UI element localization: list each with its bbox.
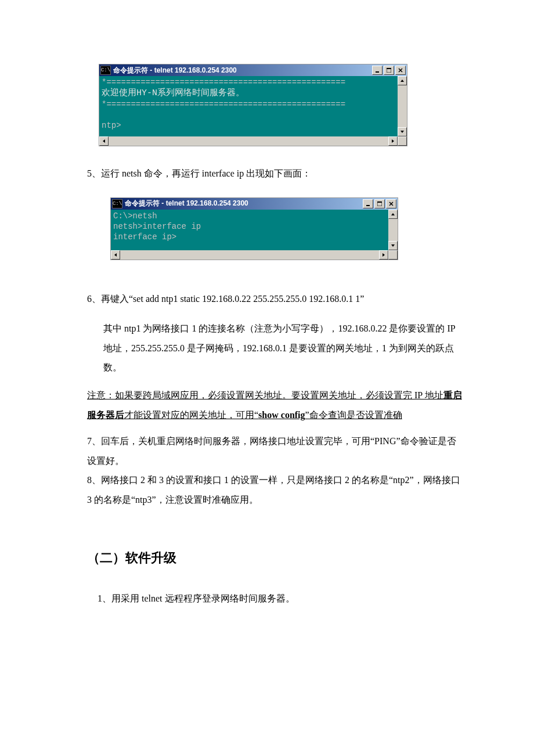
paragraph-8: 8、网络接口 2 和 3 的设置和接口 1 的设置一样，只是网络接口 2 的名称… bbox=[87, 470, 464, 509]
svg-marker-8 bbox=[392, 139, 394, 143]
scroll-track[interactable] bbox=[388, 219, 398, 241]
svg-rect-11 bbox=[377, 201, 382, 203]
titlebar: C:\ 命令提示符 - telnet 192.168.0.254 2300 bbox=[111, 198, 398, 210]
note-paragraph: 注意：如果要跨局域网应用，必须设置网关地址。要设置网关地址，必须设置完 IP 地… bbox=[87, 386, 464, 424]
scroll-down-icon[interactable] bbox=[388, 241, 398, 250]
horizontal-scrollbar[interactable] bbox=[99, 136, 407, 146]
close-button[interactable] bbox=[386, 199, 396, 208]
horizontal-scrollbar[interactable] bbox=[111, 250, 398, 260]
scroll-right-icon[interactable] bbox=[388, 136, 398, 146]
paragraph-5: 5、运行 netsh 命令，再运行 interface ip 出现如下画面： bbox=[87, 164, 464, 183]
maximize-button[interactable] bbox=[374, 199, 385, 208]
terminal-line: C:\>netsh bbox=[113, 211, 157, 221]
minimize-button[interactable] bbox=[363, 199, 373, 208]
document-page: C:\ 命令提示符 - telnet 192.168.0.254 2300 *=… bbox=[0, 0, 534, 654]
window-controls bbox=[372, 66, 406, 75]
paragraph-6-head: 6、再键入“set add ntp1 static 192.168.0.22 2… bbox=[87, 289, 464, 309]
paragraph-7: 7、回车后，关机重启网络时间服务器，网络接口地址设置完毕，可用“PING”命令验… bbox=[87, 431, 464, 470]
cmd-icon: C:\ bbox=[100, 66, 111, 75]
maximize-button[interactable] bbox=[384, 66, 394, 75]
window-title: 命令提示符 - telnet 192.168.0.254 2300 bbox=[125, 199, 363, 208]
scroll-track[interactable] bbox=[398, 85, 407, 127]
vertical-scrollbar[interactable] bbox=[388, 210, 398, 250]
scroll-track[interactable] bbox=[120, 250, 379, 260]
terminal-content: *=======================================… bbox=[99, 76, 398, 136]
scroll-up-icon[interactable] bbox=[398, 76, 407, 85]
note-text: 才能设置对应的网关地址，可用“ bbox=[124, 410, 258, 420]
terminal-window-2: C:\ 命令提示符 - telnet 192.168.0.254 2300 C:… bbox=[110, 197, 398, 260]
scroll-left-icon[interactable] bbox=[111, 250, 120, 260]
titlebar: C:\ 命令提示符 - telnet 192.168.0.254 2300 bbox=[99, 64, 407, 76]
section-2-paragraph-1: 1、用采用 telnet 远程程序登录网络时间服务器。 bbox=[87, 589, 464, 609]
body-text: 6、再键入“set add ntp1 static 192.168.0.22 2… bbox=[87, 289, 464, 609]
svg-rect-9 bbox=[366, 205, 370, 206]
scroll-up-icon[interactable] bbox=[388, 210, 398, 219]
section-2-title: （二）软件升级 bbox=[87, 545, 464, 571]
window-controls bbox=[363, 199, 396, 208]
divider-line: *=======================================… bbox=[102, 78, 345, 87]
svg-marker-5 bbox=[400, 80, 404, 82]
minimize-button[interactable] bbox=[372, 66, 383, 75]
scroll-left-icon[interactable] bbox=[99, 136, 109, 146]
resize-grip-icon[interactable] bbox=[388, 250, 398, 260]
svg-marker-6 bbox=[400, 131, 404, 133]
svg-marker-17 bbox=[383, 253, 385, 257]
window-title: 命令提示符 - telnet 192.168.0.254 2300 bbox=[113, 66, 372, 75]
terminal-line: interface ip> bbox=[113, 232, 176, 242]
note-bold-cmd: show config bbox=[258, 410, 305, 420]
welcome-line: 欢迎使用HY-N系列网络时间服务器。 bbox=[102, 88, 244, 98]
scroll-down-icon[interactable] bbox=[398, 127, 407, 136]
cmd-icon: C:\ bbox=[112, 199, 122, 208]
resize-grip-icon[interactable] bbox=[398, 136, 407, 146]
vertical-scrollbar[interactable] bbox=[398, 76, 407, 136]
svg-marker-14 bbox=[391, 213, 395, 215]
terminal-line: netsh>interface ip bbox=[113, 222, 201, 231]
svg-marker-16 bbox=[114, 253, 117, 257]
terminal-content: C:\>netsh netsh>interface ip interface i… bbox=[111, 210, 388, 250]
svg-rect-0 bbox=[376, 71, 379, 73]
svg-marker-15 bbox=[391, 244, 395, 247]
terminal-content-wrap: *=======================================… bbox=[99, 76, 407, 136]
scroll-right-icon[interactable] bbox=[379, 250, 388, 260]
prompt-line: ntp> bbox=[102, 121, 121, 130]
svg-rect-2 bbox=[387, 68, 391, 69]
divider-line: *=======================================… bbox=[102, 100, 345, 109]
note-text: 注意：如果要跨局域网应用，必须设置网关地址。要设置网关地址，必须设置完 IP 地… bbox=[87, 390, 443, 400]
scroll-track[interactable] bbox=[109, 136, 388, 146]
close-button[interactable] bbox=[395, 66, 406, 75]
svg-marker-7 bbox=[103, 139, 105, 143]
body-text: 5、运行 netsh 命令，再运行 interface ip 出现如下画面： bbox=[87, 164, 464, 183]
terminal-window-1: C:\ 命令提示符 - telnet 192.168.0.254 2300 *=… bbox=[99, 64, 407, 146]
note-text: ”命令查询是否设置准确 bbox=[305, 410, 402, 420]
paragraph-6-body: 其中 ntp1 为网络接口 1 的连接名称（注意为小写字母），192.168.0… bbox=[87, 319, 464, 377]
terminal-content-wrap: C:\>netsh netsh>interface ip interface i… bbox=[111, 210, 398, 250]
